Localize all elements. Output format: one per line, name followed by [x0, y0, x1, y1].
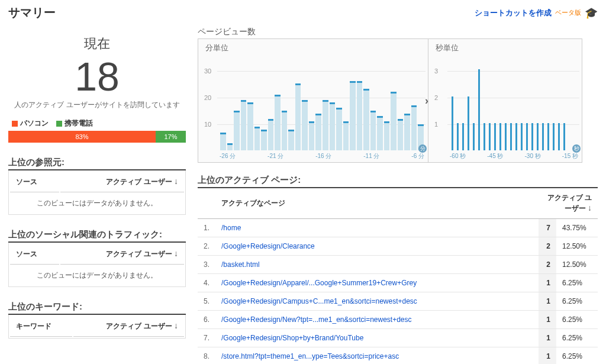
- page-path[interactable]: /Google+Redesign/Clearance: [215, 237, 539, 256]
- top-keywords-title: 上位のキーワード:: [8, 301, 186, 315]
- chart-bar: [398, 119, 404, 150]
- chart-bar: [377, 116, 383, 150]
- chart-bar: [473, 123, 475, 150]
- top-referrers-table: ソース アクティブ ユーザー ↓ このビューにはデータがありません。: [8, 170, 186, 215]
- user-count: 1: [539, 274, 556, 292]
- chart-bar: [363, 89, 369, 150]
- beta-label: ベータ版: [555, 8, 581, 17]
- legend-label-pc: パソコン: [20, 118, 49, 128]
- col-active-users[interactable]: アクティブ ユーザー ↓: [539, 188, 598, 219]
- chart-bar: [558, 123, 560, 150]
- chart-bar: [489, 123, 491, 150]
- chart-bar: [542, 123, 544, 150]
- chart-bar: [323, 100, 328, 150]
- chart-bar: [384, 121, 390, 150]
- chart-bar: [521, 123, 523, 150]
- device-legend: パソコン 携帯電話: [12, 118, 186, 128]
- col-keyword[interactable]: キーワード: [10, 316, 72, 337]
- user-count: 2: [539, 237, 556, 256]
- chart-bar: [483, 123, 485, 150]
- pageviews-title: ページビュー数: [198, 27, 598, 37]
- page-path[interactable]: /Google+Redesign/Shop+by+Brand/YouTube: [215, 329, 539, 347]
- table-row: 4./Google+Redesign/Apparel/...Google+Sum…: [198, 274, 598, 292]
- no-data-msg: このビューにはデータがありません。: [10, 194, 184, 213]
- page-path[interactable]: /Google+Redesign/Apparel/...Google+Summe…: [215, 274, 539, 292]
- chart-bar: [241, 100, 247, 150]
- page-path[interactable]: /home: [215, 219, 539, 237]
- device-seg-mobile: 17%: [156, 131, 186, 143]
- sort-desc-icon: ↓: [174, 321, 178, 330]
- user-count: 1: [539, 311, 556, 329]
- chart-bar: [537, 123, 539, 150]
- active-users-subtext: 人のアクティブ ユーザーがサイトを訪問しています: [8, 100, 186, 110]
- col-source[interactable]: ソース: [10, 244, 59, 265]
- chart-bar: [462, 123, 464, 150]
- page-title: サマリー: [8, 5, 56, 21]
- chart-bar: [330, 102, 336, 150]
- table-row: 3./basket.html212.50%: [198, 256, 598, 274]
- row-index: 2.: [198, 237, 215, 256]
- col-source[interactable]: ソース: [10, 172, 59, 192]
- page-path[interactable]: /Google+Redesign/Campus+C...me1_en&sortc…: [215, 292, 539, 311]
- chart-bar: [404, 114, 410, 150]
- chart-bar: [357, 81, 363, 150]
- chart-bar: [505, 123, 507, 150]
- device-seg-pc: 83%: [8, 131, 156, 143]
- table-row: 1./home743.75%: [198, 219, 598, 237]
- sort-desc-icon: ↓: [174, 176, 178, 186]
- chart-bar: [531, 123, 533, 150]
- row-index: 4.: [198, 274, 215, 292]
- col-users[interactable]: アクティブ ユーザー ↓: [60, 172, 184, 192]
- chart-bar: [302, 100, 308, 150]
- top-active-pages-table: アクティブなページ アクティブ ユーザー ↓ 1./home743.75%2./…: [198, 188, 598, 364]
- chart-bar: [309, 121, 315, 150]
- user-pct: 6.25%: [556, 347, 598, 365]
- device-split-bar: 83% 17%: [8, 131, 186, 143]
- chart-bar: [515, 123, 517, 150]
- user-pct: 43.75%: [556, 219, 598, 237]
- graduation-cap-icon[interactable]: 🎓: [585, 7, 598, 20]
- chart-bar: [526, 123, 528, 150]
- chart-bar: [370, 111, 376, 150]
- row-index: 7.: [198, 329, 215, 347]
- create-shortcut-link[interactable]: ショートカットを作成: [475, 8, 552, 18]
- chart-per-minute: 分単位 30 20 10 -26 分-21 分-16 分-11 分-6 分 分 …: [198, 38, 428, 163]
- top-keywords-table: キーワード アクティブ ユーザー ↓: [8, 315, 186, 339]
- chart-bar: [499, 123, 501, 150]
- chart-per-minute-label: 分単位: [205, 43, 228, 53]
- row-index: 5.: [198, 292, 215, 311]
- chart-bar: [220, 133, 226, 150]
- col-users[interactable]: アクティブ ユーザー ↓: [60, 244, 184, 265]
- chart-bar: [547, 123, 549, 150]
- user-count: 1: [539, 329, 556, 347]
- chart-bar: [254, 127, 260, 150]
- page-path[interactable]: /store.html?tpt=theme1_en...ype=Tees&sor…: [215, 347, 539, 365]
- sort-desc-icon: ↓: [174, 249, 178, 258]
- legend-swatch-mobile: [56, 121, 62, 127]
- row-index: 1.: [198, 219, 215, 237]
- chart-bar: [234, 111, 240, 150]
- table-row: 7./Google+Redesign/Shop+by+Brand/YouTube…: [198, 329, 598, 347]
- chart-bar: [553, 123, 555, 150]
- page-path[interactable]: /basket.html: [215, 256, 539, 274]
- chart-bar: [478, 69, 480, 150]
- user-count: 1: [539, 347, 556, 365]
- col-active-page[interactable]: アクティブなページ: [215, 188, 539, 219]
- table-row: 2./Google+Redesign/Clearance212.50%: [198, 237, 598, 256]
- page-path[interactable]: /Google+Redesign/New?tpt=...me1_en&sortc…: [215, 311, 539, 329]
- chart-bar: [227, 143, 233, 150]
- chart-bar: [288, 130, 294, 150]
- col-users[interactable]: アクティブ ユーザー ↓: [73, 316, 184, 337]
- chevron-right-icon[interactable]: ›: [425, 95, 428, 107]
- active-users-count: 18: [8, 56, 186, 96]
- chart-bar: [247, 102, 253, 150]
- top-social-table: ソース アクティブ ユーザー ↓ このビューにはデータがありません。: [8, 243, 186, 287]
- now-label: 現在: [8, 35, 186, 53]
- user-pct: 6.25%: [556, 274, 598, 292]
- unit-bubble-min: 分: [418, 144, 427, 153]
- chart-bar: [468, 96, 469, 150]
- unit-bubble-sec: 秒: [572, 144, 581, 153]
- user-pct: 6.25%: [556, 329, 598, 347]
- top-social-title: 上位のソーシャル関連のトラフィック:: [8, 229, 186, 243]
- user-pct: 12.50%: [556, 256, 598, 274]
